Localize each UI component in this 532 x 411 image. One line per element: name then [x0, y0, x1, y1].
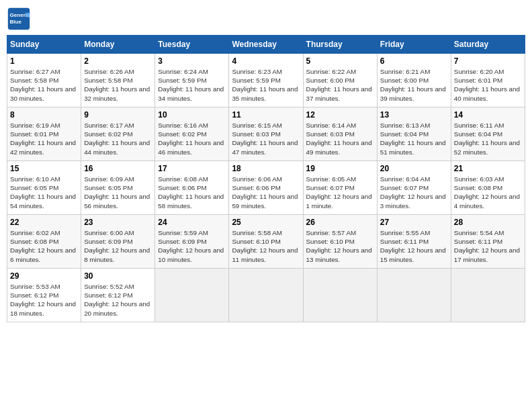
day-info: Sunrise: 6:20 AM Sunset: 6:01 PM Dayligh… [454, 67, 522, 103]
calendar-cell: 17 Sunrise: 6:08 AM Sunset: 6:06 PM Dayl… [155, 161, 229, 215]
sunset-label: Sunset: 6:06 PM [158, 184, 206, 191]
day-number: 18 [232, 164, 300, 173]
calendar-cell: 23 Sunrise: 6:00 AM Sunset: 6:09 PM Dayl… [81, 215, 155, 269]
day-number: 29 [10, 271, 78, 281]
calendar-cell: 5 Sunrise: 6:22 AM Sunset: 6:00 PM Dayli… [303, 54, 377, 107]
calendar-cell: 7 Sunrise: 6:20 AM Sunset: 6:01 PM Dayli… [451, 54, 525, 107]
sunrise-label: Sunrise: 6:11 AM [454, 122, 504, 129]
sunrise-label: Sunrise: 6:19 AM [10, 122, 60, 129]
calendar-cell: 4 Sunrise: 6:23 AM Sunset: 5:59 PM Dayli… [229, 54, 303, 107]
day-info: Sunrise: 6:11 AM Sunset: 6:04 PM Dayligh… [454, 121, 522, 156]
calendar-cell: 8 Sunrise: 6:19 AM Sunset: 6:01 PM Dayli… [7, 107, 81, 161]
day-info: Sunrise: 6:22 AM Sunset: 6:00 PM Dayligh… [306, 67, 374, 103]
sunset-label: Sunset: 5:59 PM [158, 77, 206, 84]
sunrise-label: Sunrise: 6:02 AM [10, 229, 60, 236]
weekday-header-wednesday: Wednesday [229, 36, 303, 54]
logo-icon: General Blue [7, 7, 31, 31]
daylight-label: Daylight: 11 hours and 58 minutes. [158, 193, 224, 209]
sunrise-label: Sunrise: 6:15 AM [232, 122, 282, 129]
calendar-cell [229, 269, 303, 322]
calendar-cell: 29 Sunrise: 5:53 AM Sunset: 6:12 PM Dayl… [7, 269, 81, 322]
day-number: 9 [84, 110, 152, 120]
day-number: 20 [380, 164, 448, 173]
day-number: 15 [10, 164, 78, 173]
day-number: 2 [84, 56, 152, 66]
weekday-header-tuesday: Tuesday [155, 36, 229, 54]
day-info: Sunrise: 6:21 AM Sunset: 6:00 PM Dayligh… [380, 67, 448, 103]
sunset-label: Sunset: 6:01 PM [10, 130, 58, 138]
calendar-week-row: 15 Sunrise: 6:10 AM Sunset: 6:05 PM Dayl… [7, 161, 525, 215]
day-info: Sunrise: 6:02 AM Sunset: 6:08 PM Dayligh… [10, 228, 78, 264]
sunset-label: Sunset: 6:03 PM [306, 130, 355, 138]
calendar-cell: 19 Sunrise: 6:05 AM Sunset: 6:07 PM Dayl… [303, 161, 377, 215]
calendar-week-row: 8 Sunrise: 6:19 AM Sunset: 6:01 PM Dayli… [7, 107, 525, 161]
day-number: 16 [84, 164, 152, 173]
sunrise-label: Sunrise: 6:09 AM [84, 175, 134, 183]
daylight-label: Daylight: 11 hours and 52 minutes. [454, 139, 520, 155]
sunset-label: Sunset: 5:58 PM [84, 77, 132, 84]
weekday-header-monday: Monday [81, 36, 155, 54]
day-number: 12 [306, 110, 374, 120]
daylight-label: Daylight: 11 hours and 51 minutes. [380, 139, 446, 155]
sunset-label: Sunset: 6:09 PM [158, 238, 206, 245]
daylight-label: Daylight: 11 hours and 34 minutes. [158, 85, 224, 101]
sunset-label: Sunset: 6:10 PM [232, 238, 280, 245]
sunset-label: Sunset: 6:12 PM [10, 291, 58, 299]
sunrise-label: Sunrise: 6:22 AM [306, 68, 357, 75]
daylight-label: Daylight: 11 hours and 37 minutes. [306, 85, 372, 101]
calendar-cell: 3 Sunrise: 6:24 AM Sunset: 5:59 PM Dayli… [155, 54, 229, 107]
sunrise-label: Sunrise: 6:04 AM [380, 175, 431, 183]
day-info: Sunrise: 6:13 AM Sunset: 6:04 PM Dayligh… [380, 121, 448, 156]
daylight-label: Daylight: 12 hours and 13 minutes. [306, 246, 372, 263]
daylight-label: Daylight: 11 hours and 49 minutes. [306, 139, 372, 155]
sunset-label: Sunset: 6:04 PM [454, 130, 502, 138]
sunset-label: Sunset: 6:06 PM [232, 184, 280, 191]
weekday-header-thursday: Thursday [303, 36, 377, 54]
daylight-label: Daylight: 11 hours and 42 minutes. [10, 139, 76, 155]
day-info: Sunrise: 6:05 AM Sunset: 6:07 PM Dayligh… [306, 175, 374, 210]
logo: General Blue [7, 7, 31, 31]
sunrise-label: Sunrise: 6:13 AM [380, 122, 431, 129]
calendar-cell: 15 Sunrise: 6:10 AM Sunset: 6:05 PM Dayl… [7, 161, 81, 215]
sunrise-label: Sunrise: 6:05 AM [306, 175, 357, 183]
day-info: Sunrise: 5:52 AM Sunset: 6:12 PM Dayligh… [84, 282, 152, 318]
day-number: 17 [158, 164, 226, 173]
day-number: 11 [232, 110, 300, 120]
page-header: General Blue [7, 7, 525, 31]
day-info: Sunrise: 6:00 AM Sunset: 6:09 PM Dayligh… [84, 228, 152, 264]
day-number: 30 [84, 271, 152, 281]
day-info: Sunrise: 5:59 AM Sunset: 6:09 PM Dayligh… [158, 228, 226, 264]
day-number: 27 [380, 218, 448, 227]
day-info: Sunrise: 5:58 AM Sunset: 6:10 PM Dayligh… [232, 228, 300, 264]
day-number: 14 [454, 110, 522, 120]
day-info: Sunrise: 6:16 AM Sunset: 6:02 PM Dayligh… [158, 121, 226, 156]
sunrise-label: Sunrise: 6:21 AM [380, 68, 431, 75]
weekday-header-row: SundayMondayTuesdayWednesdayThursdayFrid… [7, 36, 525, 54]
daylight-label: Daylight: 12 hours and 6 minutes. [10, 246, 76, 263]
day-number: 8 [10, 110, 78, 120]
calendar-cell: 28 Sunrise: 5:54 AM Sunset: 6:11 PM Dayl… [451, 215, 525, 269]
daylight-label: Daylight: 11 hours and 46 minutes. [158, 139, 224, 155]
calendar-cell: 22 Sunrise: 6:02 AM Sunset: 6:08 PM Dayl… [7, 215, 81, 269]
sunrise-label: Sunrise: 6:24 AM [158, 68, 208, 75]
calendar-cell: 6 Sunrise: 6:21 AM Sunset: 6:00 PM Dayli… [377, 54, 451, 107]
sunrise-label: Sunrise: 6:23 AM [232, 68, 282, 75]
daylight-label: Daylight: 12 hours and 4 minutes. [454, 193, 520, 209]
calendar-week-row: 22 Sunrise: 6:02 AM Sunset: 6:08 PM Dayl… [7, 215, 525, 269]
calendar-cell: 27 Sunrise: 5:55 AM Sunset: 6:11 PM Dayl… [377, 215, 451, 269]
day-info: Sunrise: 6:08 AM Sunset: 6:06 PM Dayligh… [158, 175, 226, 210]
calendar-cell: 25 Sunrise: 5:58 AM Sunset: 6:10 PM Dayl… [229, 215, 303, 269]
day-number: 22 [10, 218, 78, 227]
sunrise-label: Sunrise: 6:20 AM [454, 68, 504, 75]
sunset-label: Sunset: 6:10 PM [306, 238, 355, 245]
sunrise-label: Sunrise: 6:14 AM [306, 122, 357, 129]
sunrise-label: Sunrise: 6:26 AM [84, 68, 134, 75]
calendar-cell [303, 269, 377, 322]
day-number: 19 [306, 164, 374, 173]
day-number: 26 [306, 218, 374, 227]
svg-text:Blue: Blue [10, 19, 22, 25]
day-info: Sunrise: 5:55 AM Sunset: 6:11 PM Dayligh… [380, 228, 448, 264]
daylight-label: Daylight: 12 hours and 18 minutes. [10, 300, 76, 316]
sunrise-label: Sunrise: 6:00 AM [84, 229, 134, 236]
sunrise-label: Sunrise: 6:17 AM [84, 122, 134, 129]
